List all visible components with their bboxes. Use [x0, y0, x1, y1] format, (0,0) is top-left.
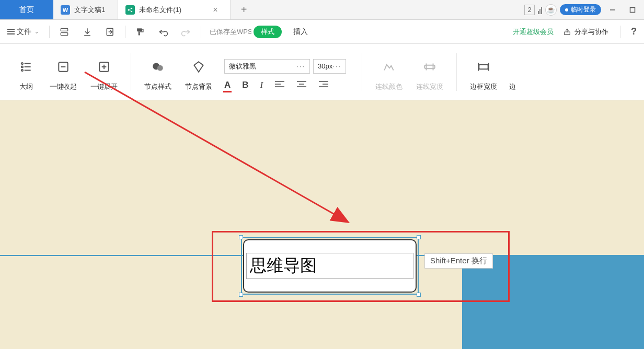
- font-row: 微软雅黑··· 30px···: [224, 59, 346, 74]
- svg-rect-3: [538, 11, 539, 14]
- insert-tab[interactable]: 插入: [282, 27, 319, 37]
- svg-rect-4: [539, 9, 540, 14]
- saved-to-cloud-label: 已保存至WPS: [210, 27, 251, 37]
- new-tab-button[interactable]: +: [231, 0, 257, 19]
- hamburger-icon: [7, 29, 15, 34]
- node-bg-button[interactable]: 节点背景: [178, 53, 219, 91]
- document-tab-1[interactable]: 文字文稿1: [53, 0, 118, 19]
- export-button[interactable]: [99, 27, 122, 37]
- resize-handle-br[interactable]: [417, 293, 421, 297]
- line-group: 连线颜色 连线宽度: [369, 53, 450, 91]
- separator: [201, 26, 201, 38]
- undo-button[interactable]: [152, 27, 175, 37]
- style-tab[interactable]: 样式: [254, 26, 282, 38]
- line-width-icon: [423, 59, 436, 75]
- download-button[interactable]: [76, 27, 99, 37]
- line-width-button[interactable]: 连线宽度: [409, 53, 450, 91]
- svg-rect-9: [61, 32, 67, 35]
- canvas[interactable]: Shift+Enter 换行: [0, 100, 644, 349]
- align-left-button[interactable]: [274, 80, 285, 89]
- outline-icon: [19, 59, 33, 75]
- file-menu[interactable]: 文件 ⌄: [0, 27, 46, 37]
- border-cut-button[interactable]: 边: [504, 53, 521, 91]
- tab-label: 文字文稿1: [74, 5, 105, 15]
- chevron-down-icon: ⌄: [34, 29, 39, 34]
- mindmap-root-node[interactable]: [243, 239, 417, 293]
- border-width-button[interactable]: 边框宽度: [463, 53, 504, 91]
- title-bar: 首页 文字文稿1 未命名文件(1) × + 2 ☕ 临时登录: [0, 0, 644, 20]
- text-format-row: A B I: [224, 80, 346, 90]
- italic-button[interactable]: I: [260, 80, 263, 90]
- word-doc-icon: [61, 5, 70, 15]
- signal-bars-icon: [538, 5, 542, 15]
- resize-handle-tl[interactable]: [239, 235, 243, 239]
- document-tab-2[interactable]: 未命名文件(1) ×: [118, 0, 231, 19]
- separator: [131, 53, 131, 91]
- format-painter-button[interactable]: [129, 27, 152, 37]
- separator: [620, 26, 620, 38]
- border-width-icon: [477, 59, 490, 75]
- svg-point-24: [157, 65, 163, 71]
- help-button[interactable]: ?: [624, 26, 644, 37]
- collapse-all-button[interactable]: 一键收起: [43, 53, 84, 91]
- coffee-cup-icon[interactable]: ☕: [545, 4, 557, 16]
- resize-handle-bl[interactable]: [239, 293, 243, 297]
- close-tab-icon[interactable]: ×: [213, 5, 217, 15]
- maximize-window-button[interactable]: [624, 3, 641, 17]
- home-tab[interactable]: 首页: [0, 0, 53, 19]
- share-button[interactable]: 分享与协作: [563, 27, 617, 37]
- temp-login-badge[interactable]: 临时登录: [560, 4, 601, 15]
- redo-button[interactable]: [175, 27, 198, 37]
- resize-handle-tr[interactable]: [417, 235, 421, 239]
- border-group: 边框宽度 边: [463, 53, 521, 91]
- svg-point-1: [131, 7, 133, 9]
- svg-point-16: [21, 69, 23, 71]
- separator: [49, 26, 50, 38]
- outline-button[interactable]: 大纲: [9, 53, 43, 91]
- share-icon: [563, 28, 571, 36]
- menu-bar: 文件 ⌄ 已保存至WPS 样式 插入 开通超级会员 分享与协作 ?: [0, 20, 644, 44]
- node-edit-tooltip: Shift+Enter 换行: [424, 253, 493, 269]
- node-style-group: 节点样式 节点背景: [137, 53, 219, 91]
- tab-label: 未命名文件(1): [139, 5, 181, 15]
- font-color-button[interactable]: A: [224, 80, 231, 90]
- font-format-group: 微软雅黑··· 30px··· A B I: [224, 54, 346, 90]
- more-icon: ···: [332, 62, 341, 70]
- font-family-select[interactable]: 微软雅黑···: [224, 59, 310, 74]
- node-text-input[interactable]: [246, 253, 413, 279]
- toolbar: 大纲 一键收起 一键展开 节点样式 节点背景 微软雅黑··· 30px···: [0, 44, 644, 100]
- node-style-icon: [151, 59, 165, 75]
- collapse-icon: [56, 59, 70, 75]
- mindmap-doc-icon: [125, 5, 135, 15]
- save-button[interactable]: [53, 27, 76, 37]
- svg-point-2: [131, 10, 133, 12]
- svg-rect-37: [479, 64, 488, 69]
- separator: [456, 53, 457, 91]
- notification-badge[interactable]: 2: [524, 5, 535, 15]
- expand-icon: [97, 59, 111, 75]
- premium-link[interactable]: 开通超级会员: [513, 27, 563, 37]
- align-center-button[interactable]: [296, 80, 307, 89]
- svg-rect-5: [541, 7, 542, 14]
- font-size-select[interactable]: 30px···: [313, 59, 346, 74]
- node-bg-icon: [192, 59, 205, 75]
- expand-all-button[interactable]: 一键展开: [84, 53, 124, 91]
- annotation-arrow: [0, 100, 366, 236]
- separator: [362, 53, 362, 91]
- svg-rect-8: [61, 28, 67, 31]
- outline-group: 大纲 一键收起 一键展开: [9, 53, 124, 91]
- svg-point-12: [21, 62, 23, 64]
- bold-button[interactable]: B: [242, 80, 248, 90]
- line-color-icon: [382, 59, 396, 75]
- titlebar-right: 2 ☕ 临时登录: [524, 0, 644, 19]
- more-icon: ···: [296, 62, 305, 70]
- line-color-button[interactable]: 连线颜色: [369, 53, 409, 91]
- svg-rect-7: [630, 7, 635, 12]
- svg-point-14: [21, 66, 23, 67]
- align-right-button[interactable]: [318, 80, 329, 89]
- minimize-window-button[interactable]: [604, 3, 621, 17]
- node-style-button[interactable]: 节点样式: [137, 53, 178, 91]
- separator: [125, 26, 125, 38]
